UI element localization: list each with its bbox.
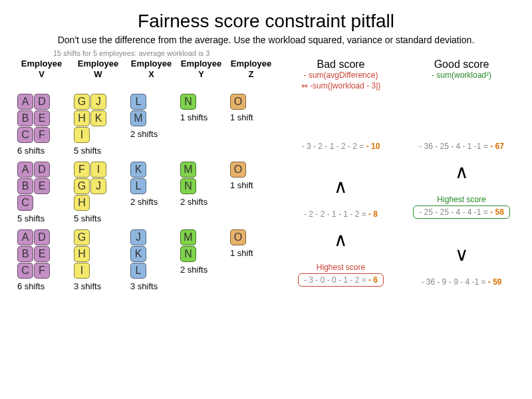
shift-count: 3 shifts — [130, 281, 176, 291]
cell-W-row0: GHIJK5 shifts — [70, 91, 126, 154]
shift-tile: G — [74, 178, 90, 194]
good-score-header: Good score- sum(workload²) — [406, 59, 517, 81]
shift-tile: H — [74, 195, 90, 211]
shift-tile: B — [17, 246, 33, 262]
shift-tile: A — [17, 229, 33, 245]
cell-V-row1: ABCDE5 shifts — [13, 159, 70, 221]
bad-score-row0: - 3 - 2 - 1 - 2 - 2 = - 10 — [276, 91, 406, 154]
shift-count: 2 shifts — [180, 197, 226, 207]
shift-tile: A — [17, 162, 33, 178]
shift-tile: J — [90, 178, 106, 194]
good-score-row2: ∨- 36 - 9 - 9 - 4 -1 = - 59 — [406, 227, 517, 289]
shift-count: 1 shifts — [180, 112, 226, 122]
shift-tile: I — [74, 127, 90, 143]
shift-tile: H — [74, 246, 90, 262]
cell-Z-row1: O1 shift — [226, 159, 276, 221]
shift-tile: K — [130, 246, 146, 262]
shift-count: 6 shifts — [17, 281, 70, 291]
highest-label: Highest score — [437, 195, 485, 204]
cell-Y-row0: N1 shifts — [176, 91, 226, 154]
shift-tile: J — [90, 94, 106, 110]
shift-tile: C — [17, 127, 33, 143]
shift-tile: G — [74, 94, 90, 110]
shift-tile: G — [74, 229, 90, 245]
shift-tile: L — [130, 94, 146, 110]
shift-count: 2 shifts — [130, 129, 176, 139]
shift-tile: N — [180, 94, 196, 110]
cell-X-row0: LM2 shifts — [126, 91, 176, 154]
shift-tile: O — [230, 94, 246, 110]
page-title: Fairness score constraint pitfall — [13, 11, 519, 32]
shift-tile: D — [34, 229, 50, 245]
shift-count: 1 shift — [230, 112, 276, 122]
cell-V-row2: ABCDEF6 shifts — [13, 227, 70, 289]
shift-tile: K — [90, 110, 106, 126]
employee-header-Y: EmployeeY — [176, 59, 226, 82]
employee-header-X: EmployeeX — [126, 59, 176, 82]
shift-tile: F — [34, 263, 50, 279]
cell-Z-row2: O1 shift — [226, 227, 276, 289]
cell-X-row1: KL2 shifts — [126, 159, 176, 221]
employee-header-W: EmployeeW — [70, 59, 126, 82]
shift-tile: E — [34, 246, 50, 262]
shift-tile: I — [90, 162, 106, 178]
shift-tile: N — [180, 178, 196, 194]
shift-count: 2 shifts — [130, 197, 176, 207]
shift-count: 1 shift — [230, 248, 276, 258]
diagram-grid: EmployeeVEmployeeWEmployeeXEmployeeYEmpl… — [13, 59, 519, 289]
shift-tile: L — [130, 178, 146, 194]
shift-tile: D — [34, 162, 50, 178]
cell-V-row0: ABCDEF6 shifts — [13, 91, 70, 154]
compare-icon: ∧ — [334, 231, 348, 249]
shift-tile: M — [130, 110, 146, 126]
shift-tile: J — [130, 229, 146, 245]
avg-note: 15 shifts for 5 employees: average workl… — [53, 49, 519, 57]
compare-icon: ∧ — [455, 163, 469, 182]
highest-label: Highest score — [317, 263, 365, 272]
shift-tile: O — [230, 229, 246, 245]
shift-tile: D — [34, 94, 50, 110]
shift-tile: O — [230, 162, 246, 178]
shift-tile: K — [130, 162, 146, 178]
good-score-row1: ∧Highest score- 25 - 25 - 4 - 4 -1 = - 5… — [406, 159, 517, 221]
shift-tile: E — [34, 178, 50, 194]
subtitle: Don't use the difference from the averag… — [13, 35, 519, 45]
cell-W-row2: GHI3 shifts — [70, 227, 126, 289]
shift-tile: H — [74, 110, 90, 126]
shift-tile: F — [34, 127, 50, 143]
employee-header-V: EmployeeV — [13, 59, 70, 82]
cell-X-row2: JKL3 shifts — [126, 227, 176, 289]
shift-count: 3 shifts — [74, 281, 126, 291]
bad-score-row2: ∧Highest score- 3 - 0 - 0 - 1 - 2 = - 6 — [276, 227, 406, 289]
shift-tile: B — [17, 178, 33, 194]
shift-tile: M — [180, 229, 196, 245]
bad-score-header: Bad score- sum(avgDifference)⇔ -sum(|wor… — [276, 59, 406, 91]
shift-tile: N — [180, 246, 196, 262]
cell-Y-row1: MN2 shifts — [176, 159, 226, 221]
shift-tile: C — [17, 195, 33, 211]
shift-tile: M — [180, 162, 196, 178]
shift-count: 2 shifts — [180, 265, 226, 275]
shift-tile: L — [130, 263, 146, 279]
shift-tile: F — [74, 162, 90, 178]
shift-tile: C — [17, 263, 33, 279]
shift-count: 1 shift — [230, 180, 276, 190]
compare-icon: ∨ — [455, 245, 469, 264]
cell-W-row1: FGHIJ5 shifts — [70, 159, 126, 221]
cell-Y-row2: MN2 shifts — [176, 227, 226, 289]
shift-tile: A — [17, 94, 33, 110]
shift-tile: E — [34, 110, 50, 126]
shift-tile: B — [17, 110, 33, 126]
shift-tile: I — [74, 263, 90, 279]
compare-icon: ∧ — [334, 178, 348, 196]
bad-score-row1: ∧- 2 - 2 - 1 - 1 - 2 = - 8 — [276, 159, 406, 221]
cell-Z-row0: O1 shift — [226, 91, 276, 154]
good-score-row0: - 36 - 25 - 4 - 1 -1 = - 67 — [406, 91, 517, 154]
employee-header-Z: EmployeeZ — [226, 59, 276, 82]
